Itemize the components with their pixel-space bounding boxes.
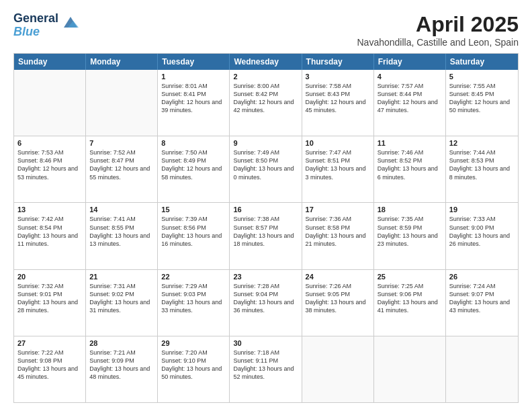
cal-day-25: 25Sunrise: 7:25 AM Sunset: 9:06 PM Dayli…: [374, 270, 446, 336]
day-number: 15: [161, 205, 226, 214]
logo-text: General Blue: [13, 12, 58, 39]
day-number: 16: [233, 205, 298, 214]
day-info: Sunrise: 7:18 AM Sunset: 9:11 PM Dayligh…: [233, 349, 298, 381]
title-block: April 2025 Navahondilla, Castille and Le…: [357, 12, 519, 48]
day-number: 5: [449, 73, 515, 81]
calendar-row-4: 20Sunrise: 7:32 AM Sunset: 9:01 PM Dayli…: [14, 269, 518, 336]
day-number: 27: [17, 339, 82, 347]
day-number: 14: [89, 205, 154, 214]
logo-icon: [61, 15, 80, 30]
calendar-row-3: 13Sunrise: 7:42 AM Sunset: 8:54 PM Dayli…: [14, 202, 518, 269]
day-info: Sunrise: 7:32 AM Sunset: 9:01 PM Dayligh…: [17, 282, 82, 315]
cal-day-empty: [446, 336, 518, 402]
month-year: April 2025: [357, 12, 519, 37]
cal-day-1: 1Sunrise: 8:01 AM Sunset: 8:41 PM Daylig…: [158, 70, 230, 136]
cal-day-17: 17Sunrise: 7:36 AM Sunset: 8:58 PM Dayli…: [302, 203, 374, 269]
cal-day-30: 30Sunrise: 7:18 AM Sunset: 9:11 PM Dayli…: [230, 336, 302, 402]
day-header-sunday: Sunday: [14, 54, 86, 70]
day-number: 3: [306, 73, 370, 81]
day-number: 12: [449, 139, 515, 147]
day-header-saturday: Saturday: [446, 54, 518, 70]
day-info: Sunrise: 7:49 AM Sunset: 8:50 PM Dayligh…: [233, 148, 298, 181]
day-number: 9: [233, 139, 298, 147]
calendar-row-2: 6Sunrise: 7:53 AM Sunset: 8:46 PM Daylig…: [14, 136, 518, 202]
cal-day-19: 19Sunrise: 7:33 AM Sunset: 9:00 PM Dayli…: [446, 203, 518, 269]
day-info: Sunrise: 7:24 AM Sunset: 9:07 PM Dayligh…: [449, 282, 515, 315]
calendar-row-1: 1Sunrise: 8:01 AM Sunset: 8:41 PM Daylig…: [14, 70, 518, 136]
day-number: 24: [306, 273, 370, 281]
header: General Blue April 2025 Navahondilla, Ca…: [13, 12, 519, 48]
cal-day-24: 24Sunrise: 7:26 AM Sunset: 9:05 PM Dayli…: [302, 270, 374, 336]
day-number: 18: [378, 205, 442, 214]
day-info: Sunrise: 7:20 AM Sunset: 9:10 PM Dayligh…: [161, 349, 226, 381]
day-info: Sunrise: 7:38 AM Sunset: 8:57 PM Dayligh…: [233, 215, 298, 248]
day-info: Sunrise: 8:01 AM Sunset: 8:41 PM Dayligh…: [161, 82, 226, 115]
day-info: Sunrise: 7:31 AM Sunset: 9:02 PM Dayligh…: [89, 282, 154, 315]
day-info: Sunrise: 7:35 AM Sunset: 8:59 PM Dayligh…: [378, 215, 442, 248]
day-info: Sunrise: 7:26 AM Sunset: 9:05 PM Dayligh…: [306, 282, 370, 315]
day-header-wednesday: Wednesday: [230, 54, 302, 70]
cal-day-14: 14Sunrise: 7:41 AM Sunset: 8:55 PM Dayli…: [86, 203, 158, 269]
day-info: Sunrise: 7:44 AM Sunset: 8:53 PM Dayligh…: [449, 148, 515, 181]
cal-day-16: 16Sunrise: 7:38 AM Sunset: 8:57 PM Dayli…: [230, 203, 302, 269]
day-number: 26: [449, 273, 515, 281]
day-number: 21: [89, 273, 154, 281]
day-number: 22: [161, 273, 226, 281]
day-number: 17: [306, 205, 370, 214]
day-info: Sunrise: 7:25 AM Sunset: 9:06 PM Dayligh…: [378, 282, 442, 315]
day-number: 20: [17, 273, 82, 281]
day-info: Sunrise: 7:53 AM Sunset: 8:46 PM Dayligh…: [17, 148, 82, 181]
day-info: Sunrise: 7:21 AM Sunset: 9:09 PM Dayligh…: [89, 349, 154, 381]
day-info: Sunrise: 7:55 AM Sunset: 8:45 PM Dayligh…: [449, 82, 515, 115]
day-info: Sunrise: 7:33 AM Sunset: 9:00 PM Dayligh…: [449, 215, 515, 248]
day-info: Sunrise: 7:42 AM Sunset: 8:54 PM Dayligh…: [17, 215, 82, 248]
cal-day-4: 4Sunrise: 7:57 AM Sunset: 8:44 PM Daylig…: [374, 70, 446, 136]
cal-day-empty: [86, 70, 158, 136]
cal-day-28: 28Sunrise: 7:21 AM Sunset: 9:09 PM Dayli…: [86, 336, 158, 402]
cal-day-7: 7Sunrise: 7:52 AM Sunset: 8:47 PM Daylig…: [86, 136, 158, 202]
day-info: Sunrise: 7:57 AM Sunset: 8:44 PM Dayligh…: [378, 82, 442, 115]
cal-day-29: 29Sunrise: 7:20 AM Sunset: 9:10 PM Dayli…: [158, 336, 230, 402]
day-number: 28: [89, 339, 154, 347]
day-number: 29: [161, 339, 226, 347]
cal-day-12: 12Sunrise: 7:44 AM Sunset: 8:53 PM Dayli…: [446, 136, 518, 202]
day-number: 10: [306, 139, 370, 147]
cal-day-empty: [14, 70, 86, 136]
day-info: Sunrise: 7:29 AM Sunset: 9:03 PM Dayligh…: [161, 282, 226, 315]
day-info: Sunrise: 7:36 AM Sunset: 8:58 PM Dayligh…: [306, 215, 370, 248]
cal-day-6: 6Sunrise: 7:53 AM Sunset: 8:46 PM Daylig…: [14, 136, 86, 202]
cal-day-empty: [302, 336, 374, 402]
calendar: SundayMondayTuesdayWednesdayThursdayFrid…: [13, 53, 519, 403]
day-number: 19: [449, 205, 515, 214]
day-info: Sunrise: 7:58 AM Sunset: 8:43 PM Dayligh…: [306, 82, 370, 115]
day-number: 11: [378, 139, 442, 147]
day-number: 25: [378, 273, 442, 281]
day-number: 4: [378, 73, 442, 81]
calendar-header: SundayMondayTuesdayWednesdayThursdayFrid…: [14, 54, 518, 70]
day-info: Sunrise: 7:41 AM Sunset: 8:55 PM Dayligh…: [89, 215, 154, 248]
day-number: 1: [161, 73, 226, 81]
calendar-body: 1Sunrise: 8:01 AM Sunset: 8:41 PM Daylig…: [14, 70, 518, 402]
day-number: 23: [233, 273, 298, 281]
day-info: Sunrise: 7:47 AM Sunset: 8:51 PM Dayligh…: [306, 148, 370, 181]
cal-day-3: 3Sunrise: 7:58 AM Sunset: 8:43 PM Daylig…: [302, 70, 374, 136]
cal-day-11: 11Sunrise: 7:46 AM Sunset: 8:52 PM Dayli…: [374, 136, 446, 202]
day-header-monday: Monday: [86, 54, 158, 70]
cal-day-10: 10Sunrise: 7:47 AM Sunset: 8:51 PM Dayli…: [302, 136, 374, 202]
day-number: 2: [233, 73, 298, 81]
day-header-friday: Friday: [374, 54, 446, 70]
cal-day-23: 23Sunrise: 7:28 AM Sunset: 9:04 PM Dayli…: [230, 270, 302, 336]
day-info: Sunrise: 7:46 AM Sunset: 8:52 PM Dayligh…: [378, 148, 442, 181]
day-info: Sunrise: 7:22 AM Sunset: 9:08 PM Dayligh…: [17, 349, 82, 381]
day-info: Sunrise: 7:28 AM Sunset: 9:04 PM Dayligh…: [233, 282, 298, 315]
day-number: 30: [233, 339, 298, 347]
cal-day-18: 18Sunrise: 7:35 AM Sunset: 8:59 PM Dayli…: [374, 203, 446, 269]
day-number: 7: [89, 139, 154, 147]
day-info: Sunrise: 8:00 AM Sunset: 8:42 PM Dayligh…: [233, 82, 298, 115]
page: General Blue April 2025 Navahondilla, Ca…: [0, 0, 532, 411]
cal-day-26: 26Sunrise: 7:24 AM Sunset: 9:07 PM Dayli…: [446, 270, 518, 336]
cal-day-2: 2Sunrise: 8:00 AM Sunset: 8:42 PM Daylig…: [230, 70, 302, 136]
cal-day-20: 20Sunrise: 7:32 AM Sunset: 9:01 PM Dayli…: [14, 270, 86, 336]
day-number: 6: [17, 139, 82, 147]
cal-day-13: 13Sunrise: 7:42 AM Sunset: 8:54 PM Dayli…: [14, 203, 86, 269]
